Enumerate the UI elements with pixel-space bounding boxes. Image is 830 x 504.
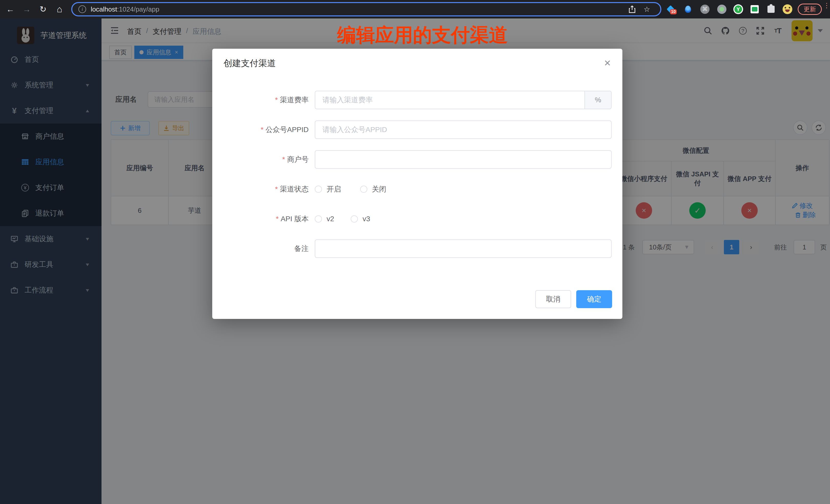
field-row-appid: *公众号APPID: [212, 121, 622, 139]
extension-dot-icon[interactable]: [717, 4, 727, 14]
browser-reload-icon[interactable]: ↻: [37, 3, 49, 15]
extension-command-icon[interactable]: ⌘: [700, 4, 710, 14]
remark-label: 备注: [294, 245, 309, 253]
dialog-title: 创建支付渠道: [224, 57, 276, 69]
merchant-label: 商户号: [287, 155, 309, 163]
status-label: 渠道状态: [280, 185, 309, 193]
extension-balloon-icon[interactable]: [683, 4, 693, 14]
share-icon[interactable]: [629, 5, 636, 13]
status-open-radio[interactable]: 开启: [315, 180, 341, 198]
rate-input[interactable]: [315, 91, 612, 109]
cancel-button[interactable]: 取消: [535, 290, 571, 308]
api-version-label: API 版本: [281, 215, 309, 223]
appid-input[interactable]: [315, 121, 612, 139]
status-closed-radio[interactable]: 关闭: [360, 180, 386, 198]
browser-chrome: ← → ↻ ⌂ i localhost:1024/pay/app ☆ 10 ⌘ …: [0, 0, 830, 19]
extensions-puzzle-icon[interactable]: [766, 4, 776, 14]
browser-update-button[interactable]: 更新: [798, 4, 822, 15]
url-text: localhost:1024/pay/app: [91, 5, 159, 13]
api-v2-radio[interactable]: v2: [315, 210, 334, 228]
radio-circle-icon: [315, 186, 322, 193]
field-row-status: *渠道状态 开启 关闭: [212, 180, 622, 198]
browser-back-icon[interactable]: ←: [4, 3, 17, 15]
merchant-input[interactable]: [315, 150, 612, 169]
browser-forward-icon[interactable]: →: [21, 3, 33, 15]
extension-diamond-icon[interactable]: 10: [665, 4, 676, 14]
field-row-merchant: *商户号: [212, 150, 622, 169]
radio-circle-icon: [360, 186, 367, 193]
extension-chat-icon[interactable]: [749, 4, 760, 14]
field-row-api-version: *API 版本 v2 v3: [212, 210, 622, 228]
browser-home-icon[interactable]: ⌂: [53, 3, 66, 15]
appid-label: 公众号APPID: [265, 126, 309, 133]
percent-suffix: %: [584, 91, 611, 109]
field-row-remark: 备注: [212, 240, 622, 258]
page: ← → ↻ ⌂ i localhost:1024/pay/app ☆ 10 ⌘ …: [0, 0, 830, 504]
radio-circle-icon: [351, 215, 358, 222]
rate-label: 渠道费率: [280, 96, 309, 104]
extension-y-icon[interactable]: Y: [733, 4, 743, 14]
dialog-close-icon[interactable]: ✕: [602, 56, 613, 70]
confirm-button[interactable]: 确定: [576, 290, 612, 308]
address-bar[interactable]: i localhost:1024/pay/app ☆: [71, 2, 661, 17]
radio-circle-icon: [315, 215, 322, 222]
remark-input[interactable]: [315, 240, 612, 258]
browser-menu-icon[interactable]: ⋮: [823, 4, 827, 7]
field-row-rate: *渠道费率 %: [212, 91, 622, 109]
profile-emoji-icon[interactable]: [782, 4, 793, 14]
annotation-banner: 编辑应用的支付渠道: [337, 23, 508, 48]
bookmark-star-icon[interactable]: ☆: [644, 5, 650, 13]
create-channel-dialog: 创建支付渠道 ✕ *渠道费率 % *公众号APPID *商户号 *渠道状态: [212, 49, 622, 319]
api-v3-radio[interactable]: v3: [351, 210, 370, 228]
site-info-icon[interactable]: i: [78, 5, 86, 13]
extension-badge: 10: [670, 9, 677, 14]
